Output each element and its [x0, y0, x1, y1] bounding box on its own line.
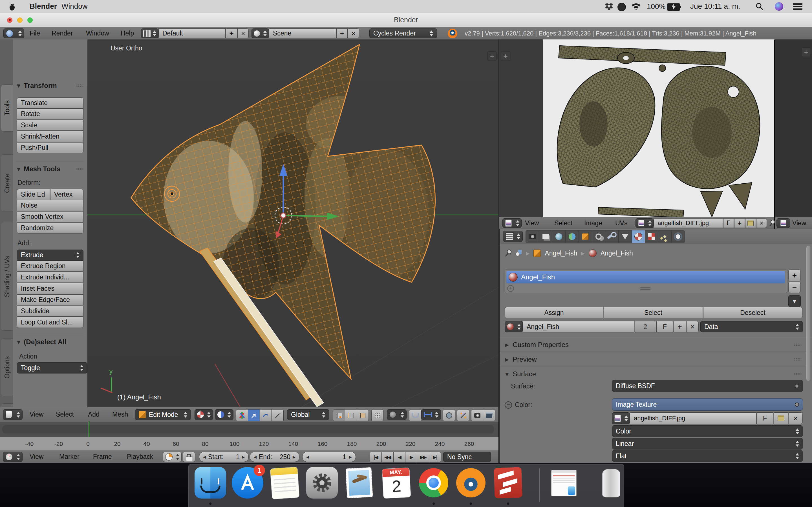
scene-selector[interactable]: [252, 29, 269, 38]
face-select-button[interactable]: [357, 409, 369, 421]
select-button[interactable]: Select: [604, 307, 703, 318]
editor-type-selector-uv[interactable]: [502, 218, 522, 228]
physics-tab[interactable]: [672, 230, 684, 243]
uvs-menu-uv[interactable]: UVs: [615, 219, 627, 227]
texture-tab[interactable]: [645, 230, 658, 243]
marker-menu-timeline[interactable]: Marker: [59, 453, 80, 460]
shrink-fatten-button[interactable]: Shrink/Fatten: [17, 131, 84, 142]
playback-menu-timeline[interactable]: Playback: [127, 453, 153, 460]
stepper-left-icon[interactable]: ◀: [254, 455, 257, 459]
uv-editor-side[interactable]: [775, 40, 812, 217]
delete-scene-button[interactable]: ×: [348, 29, 359, 38]
mode-dropdown[interactable]: Edit Mode: [135, 409, 191, 420]
rotate-button[interactable]: Rotate: [17, 108, 84, 119]
randomize-button[interactable]: Randomize: [17, 223, 84, 233]
window-title-bar[interactable]: Blender: [0, 13, 812, 27]
material-tab-active[interactable]: [632, 230, 645, 243]
texture-image-unlink-button[interactable]: ×: [789, 412, 803, 424]
snap-element-dropdown[interactable]: [421, 409, 441, 420]
start-frame-field[interactable]: ◀ Start: 1 ▶: [199, 452, 249, 462]
shelf-tab-create[interactable]: Create: [1, 154, 13, 212]
extrude-individual-button[interactable]: Extrude Individ...: [17, 272, 84, 283]
material-users-button[interactable]: 2: [635, 321, 656, 332]
view-menu-3d[interactable]: View: [30, 411, 43, 418]
custom-properties-panel-header[interactable]: ▶ Custom Properties: [505, 339, 801, 350]
image-menu-uv[interactable]: Image: [584, 219, 602, 227]
dock-notes-icon[interactable]: [269, 467, 301, 499]
lock-time-button[interactable]: [183, 452, 195, 462]
subdivide-button[interactable]: Subdivide: [17, 305, 84, 317]
opengl-render-image-button[interactable]: [471, 409, 483, 421]
data-tab[interactable]: [619, 230, 632, 243]
stepper-right-icon[interactable]: ▶: [293, 455, 296, 459]
dock-chrome-icon[interactable]: [418, 467, 449, 499]
mesh-menu-3d[interactable]: Mesh: [112, 411, 128, 418]
action-toggle-dropdown[interactable]: Toggle: [17, 362, 87, 374]
view-menu-uv-side[interactable]: View: [792, 219, 806, 227]
preview-panel-header[interactable]: ▶ Preview: [505, 354, 801, 365]
dropbox-icon[interactable]: [605, 3, 613, 10]
slide-vertex-button[interactable]: Vertex: [50, 189, 84, 200]
jump-to-start-button[interactable]: |◀: [370, 452, 382, 462]
surface-panel-header[interactable]: ▼ Surface: [505, 369, 801, 380]
panel-grip-icon[interactable]: [76, 168, 84, 170]
timeline-ruler[interactable]: -40 -20 0 20 40 60 80 100 120 140 160 18…: [0, 437, 499, 450]
material-fake-user-button[interactable]: F: [656, 321, 673, 332]
manipulator-toggle-button[interactable]: [236, 409, 248, 421]
next-keyframe-button[interactable]: ▶▶: [417, 452, 429, 462]
wifi-icon[interactable]: [631, 3, 641, 10]
socket-disconnect-icon[interactable]: [505, 401, 512, 409]
transform-orientation-dropdown[interactable]: Global: [287, 409, 329, 420]
texture-image-selector[interactable]: [612, 412, 630, 424]
scene-tab[interactable]: [552, 230, 566, 243]
dock-mail-icon[interactable]: [343, 467, 375, 499]
properties-scrollbar[interactable]: [806, 245, 810, 381]
mesh-tools-panel-header[interactable]: ▼ Mesh Tools: [17, 165, 84, 173]
extrude-region-button[interactable]: Extrude Region: [17, 261, 84, 272]
breadcrumb-material[interactable]: Angel_Fish: [601, 249, 633, 257]
material-specials-button[interactable]: ▼: [788, 295, 801, 307]
opengl-render-anim-button[interactable]: [483, 409, 495, 421]
color-space-dropdown[interactable]: Color: [612, 425, 803, 437]
playback-range-clock-dropdown[interactable]: [163, 452, 182, 462]
surface-shader-dropdown[interactable]: Diffuse BSDF: [612, 380, 803, 392]
dock-trash-icon[interactable]: [596, 467, 627, 499]
material-link-dropdown[interactable]: Data: [700, 321, 803, 332]
select-menu-uv[interactable]: Select: [554, 219, 572, 227]
translate-button[interactable]: Translate: [17, 98, 84, 108]
scale-button[interactable]: Scale: [17, 120, 84, 131]
add-scene-button[interactable]: +: [336, 29, 348, 38]
status-app-icon[interactable]: [617, 3, 626, 11]
editor-type-selector-info[interactable]: [3, 29, 24, 38]
color-texture-dropdown[interactable]: Image Texture: [612, 398, 803, 411]
interpolation-dropdown[interactable]: Linear: [612, 438, 803, 450]
deselect-all-panel-header[interactable]: ▼ (De)select All: [17, 338, 84, 346]
editor-type-selector-props[interactable]: [503, 231, 523, 242]
view-menu-timeline[interactable]: View: [30, 453, 43, 460]
limit-to-visible-button[interactable]: [371, 409, 384, 421]
stepper-right-icon[interactable]: ▶: [349, 455, 352, 459]
editor-type-selector-uv-side[interactable]: [776, 218, 790, 228]
add-menu-3d[interactable]: Add: [88, 411, 100, 418]
screen-layout-name-field[interactable]: Default: [158, 29, 225, 38]
constraints-tab[interactable]: [592, 230, 605, 243]
editor-type-selector-timeline[interactable]: [3, 452, 22, 462]
add-material-slot-button[interactable]: +: [788, 270, 801, 281]
image-fake-user-button[interactable]: F: [723, 218, 734, 228]
scale-manipulator-button[interactable]: [271, 409, 284, 421]
timeline-canvas[interactable]: [0, 421, 499, 438]
breadcrumb-object[interactable]: Angel_Fish: [545, 249, 577, 257]
snap-toggle-button[interactable]: [409, 409, 421, 421]
dock-calendar-icon[interactable]: MAY. 2: [380, 467, 412, 499]
menubar-clock[interactable]: Jue 10:11 a. m.: [690, 2, 740, 11]
object-tab[interactable]: [579, 230, 592, 243]
dock-sketchup-icon[interactable]: [492, 467, 524, 499]
menubar-window-menu[interactable]: Window: [61, 2, 87, 11]
siri-icon[interactable]: [775, 2, 783, 11]
render-layers-tab[interactable]: [539, 230, 552, 243]
frame-menu-timeline[interactable]: Frame: [93, 453, 112, 460]
render-engine-selector[interactable]: Cycles Render: [369, 29, 437, 38]
help-menu[interactable]: Help: [121, 30, 134, 37]
image-datablock-selector[interactable]: [636, 218, 654, 228]
panel-grip-icon[interactable]: [76, 84, 84, 87]
